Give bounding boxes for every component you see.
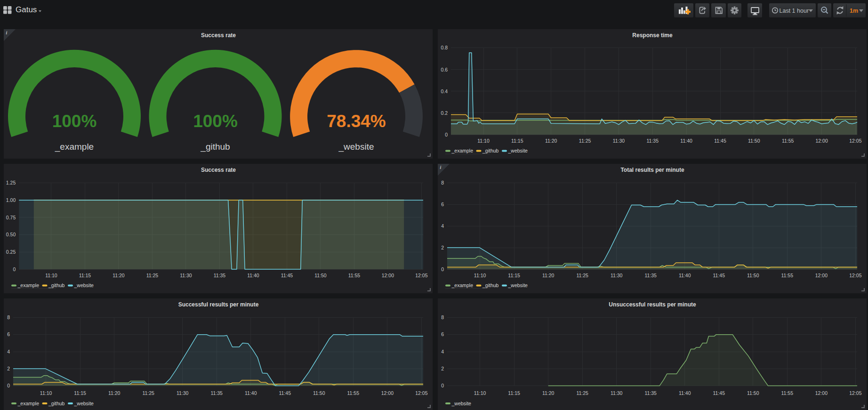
svg-text:78.34%: 78.34%: [327, 112, 386, 131]
svg-text:6: 6: [441, 331, 444, 337]
svg-text:11:40: 11:40: [679, 390, 691, 396]
svg-text:_website: _website: [338, 142, 374, 152]
svg-text:11:35: 11:35: [214, 273, 226, 278]
svg-text:4: 4: [441, 349, 444, 354]
svg-text:11:20: 11:20: [108, 390, 121, 396]
svg-text:11:25: 11:25: [579, 138, 591, 144]
svg-text:_example: _example: [55, 142, 94, 152]
svg-text:0: 0: [445, 132, 448, 137]
svg-text:11:10: 11:10: [40, 390, 52, 396]
svg-text:Successful results per minute: Successful results per minute: [178, 301, 259, 308]
svg-text:2: 2: [7, 366, 10, 371]
svg-text:_github: _github: [48, 401, 65, 406]
svg-text:2: 2: [441, 366, 444, 371]
svg-text:1.00: 1.00: [6, 197, 16, 203]
svg-text:8: 8: [7, 314, 10, 320]
svg-text:11:20: 11:20: [542, 273, 555, 278]
svg-text:12:00: 12:00: [815, 138, 828, 144]
svg-text:100%: 100%: [193, 112, 238, 131]
svg-text:0: 0: [441, 383, 444, 388]
svg-text:1m: 1m: [850, 7, 858, 14]
svg-text:11:20: 11:20: [542, 390, 555, 396]
svg-text:11:55: 11:55: [348, 273, 361, 278]
svg-text:0.6: 0.6: [441, 67, 448, 72]
svg-text:4: 4: [7, 349, 10, 354]
svg-text:0.50: 0.50: [6, 232, 16, 237]
svg-text:11:35: 11:35: [647, 138, 659, 144]
svg-text:11:25: 11:25: [576, 273, 588, 278]
svg-text:1.25: 1.25: [6, 180, 16, 185]
svg-text:11:45: 11:45: [713, 390, 725, 396]
svg-text:i: i: [6, 30, 8, 35]
svg-text:11:50: 11:50: [747, 273, 759, 278]
svg-text:11:15: 11:15: [511, 138, 523, 144]
svg-text:11:55: 11:55: [782, 138, 794, 144]
svg-text:11:15: 11:15: [508, 390, 520, 396]
svg-text:_github: _github: [200, 142, 230, 152]
svg-text:0: 0: [7, 383, 10, 388]
svg-text:11:30: 11:30: [613, 138, 625, 144]
svg-text:11:30: 11:30: [177, 390, 189, 396]
svg-text:_github: _github: [48, 282, 65, 288]
svg-text:11:25: 11:25: [576, 390, 588, 396]
svg-text:11:30: 11:30: [611, 390, 623, 396]
svg-text:11:50: 11:50: [313, 390, 325, 396]
svg-text:Success rate: Success rate: [201, 167, 236, 173]
svg-text:11:40: 11:40: [679, 273, 691, 278]
svg-text:_website: _website: [74, 282, 94, 288]
svg-text:11:25: 11:25: [142, 390, 154, 396]
svg-text:_example: _example: [17, 282, 40, 288]
svg-text:_github: _github: [482, 148, 499, 153]
svg-text:11:55: 11:55: [781, 273, 794, 278]
svg-text:11:35: 11:35: [644, 390, 657, 396]
svg-text:11:45: 11:45: [279, 390, 291, 396]
svg-text:0.2: 0.2: [441, 110, 448, 116]
svg-text:12:00: 12:00: [815, 273, 828, 278]
svg-text:_website: _website: [508, 282, 528, 288]
svg-text:_example: _example: [451, 282, 474, 288]
svg-text:11:45: 11:45: [281, 273, 293, 278]
svg-text:11:50: 11:50: [314, 273, 327, 278]
svg-text:_website: _website: [508, 148, 528, 153]
svg-text:_example: _example: [17, 401, 40, 406]
svg-text:11:35: 11:35: [644, 273, 657, 278]
svg-text:11:20: 11:20: [113, 273, 125, 278]
svg-text:11:10: 11:10: [474, 273, 486, 278]
svg-text:6: 6: [7, 331, 10, 337]
svg-text:11:30: 11:30: [611, 273, 623, 278]
svg-text:_example: _example: [451, 148, 474, 153]
svg-text:Total results per minute: Total results per minute: [620, 167, 684, 173]
svg-text:0.8: 0.8: [441, 45, 448, 50]
svg-text:_github: _github: [482, 282, 499, 288]
svg-text:2: 2: [441, 245, 444, 250]
svg-text:12:05: 12:05: [849, 390, 861, 396]
svg-text:Gatus: Gatus: [16, 5, 37, 14]
svg-text:11:55: 11:55: [347, 390, 360, 396]
svg-text:8: 8: [441, 314, 444, 320]
svg-text:11:15: 11:15: [79, 273, 91, 278]
svg-text:0: 0: [441, 266, 444, 272]
svg-text:11:35: 11:35: [210, 390, 223, 396]
svg-text:Success rate: Success rate: [201, 32, 236, 39]
svg-text:12:00: 12:00: [381, 390, 394, 396]
svg-text:11:30: 11:30: [180, 273, 192, 278]
svg-text:11:40: 11:40: [247, 273, 259, 278]
svg-text:11:15: 11:15: [74, 390, 86, 396]
svg-text:Last 1 hour: Last 1 hour: [780, 7, 809, 14]
svg-text:11:50: 11:50: [747, 390, 759, 396]
svg-text:6: 6: [441, 201, 444, 207]
svg-text:11:10: 11:10: [474, 390, 486, 396]
svg-text:12:05: 12:05: [415, 390, 427, 396]
svg-text:11:40: 11:40: [245, 390, 257, 396]
svg-text:Unsuccessful results per minut: Unsuccessful results per minute: [609, 301, 696, 308]
svg-text:Response time: Response time: [632, 32, 673, 39]
svg-text:0.75: 0.75: [6, 215, 16, 220]
svg-text:12:00: 12:00: [815, 390, 828, 396]
svg-text:11:10: 11:10: [45, 273, 57, 278]
svg-text:11:45: 11:45: [714, 138, 726, 144]
svg-text:11:40: 11:40: [680, 138, 692, 144]
svg-text:12:05: 12:05: [849, 138, 861, 144]
svg-text:12:05: 12:05: [415, 273, 427, 278]
svg-text:11:50: 11:50: [748, 138, 760, 144]
svg-text:12:05: 12:05: [849, 273, 861, 278]
